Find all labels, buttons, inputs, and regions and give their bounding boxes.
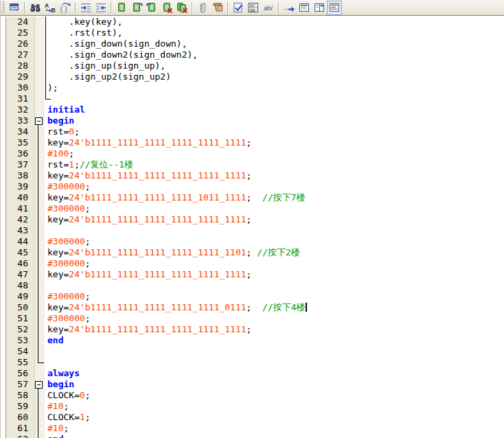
code-segment: #300000 [47, 203, 85, 214]
fold-collapse-box[interactable] [35, 117, 43, 125]
find-button[interactable] [27, 1, 43, 15]
bookmark-prev-button[interactable] [144, 1, 159, 15]
code-text[interactable]: #10; [45, 401, 504, 412]
code-text[interactable]: key=24'b1111_1111_1111_1111_1111_1111; [45, 170, 504, 181]
outdent-button[interactable] [93, 1, 108, 15]
view-split-button[interactable] [312, 1, 327, 15]
code-text[interactable] [45, 93, 504, 104]
code-text[interactable]: key=24'b1111_1111_1111_1111_1011_1111; /… [45, 192, 504, 203]
macro-button[interactable] [210, 1, 225, 15]
bookmark-toggle-button[interactable] [114, 1, 129, 15]
code-segment: #300000 [47, 181, 85, 192]
editor-window-icon: * [8, 1, 21, 14]
code-line: 24 .key(key), [1, 16, 504, 27]
fold-margin [35, 368, 45, 379]
code-segment: .rst(rst), [47, 27, 123, 38]
code-line: 62end [1, 434, 504, 438]
code-segment: rst= [47, 159, 69, 170]
goto-button[interactable] [282, 1, 297, 15]
bookmark-next-button[interactable] [129, 1, 144, 15]
code-text[interactable]: .sign_down2(sign_down2), [45, 49, 504, 60]
bookmark-clear-all-button[interactable] [174, 1, 190, 15]
attach-icon [196, 1, 209, 14]
view-pane-button[interactable] [327, 1, 342, 15]
code-text[interactable]: rst=1;//复位--1楼 [45, 159, 504, 170]
fold-margin [35, 401, 45, 412]
replace-button[interactable]: AB [43, 1, 58, 15]
code-text[interactable]: #300000; [45, 258, 504, 269]
code-text[interactable]: #300000; [45, 203, 504, 214]
code-text[interactable]: initial [45, 104, 504, 115]
code-text[interactable]: rst=0; [45, 126, 504, 137]
fold-line [45, 16, 46, 27]
svg-text:{ }: { } [60, 5, 67, 13]
bookmark-toggle-icon [115, 1, 128, 14]
line-numbers-button[interactable]: 267268 [246, 1, 261, 15]
code-text[interactable]: key=24'b1111_1111_1111_1111_1111_1111; [45, 137, 504, 148]
indent-button[interactable] [78, 1, 93, 15]
code-text[interactable]: always [45, 368, 504, 379]
fold-margin [35, 214, 45, 225]
code-text[interactable]: #10; [45, 423, 504, 434]
fold-margin [35, 38, 45, 49]
word-wrap-button[interactable]: ab/ [261, 1, 276, 15]
fold-margin [35, 313, 45, 324]
code-segment: #300000 [47, 236, 85, 246]
code-text[interactable]: key=24'b1111_1111_1111_1111_1111_1111; [45, 324, 504, 335]
code-text[interactable]: begin [45, 115, 504, 126]
code-segment: 0 [80, 390, 85, 400]
code-editor-pane[interactable]: 24 .key(key),25 .rst(rst),26 .sign_down(… [1, 16, 504, 438]
code-segment: .sign_up(sign_up), [47, 60, 165, 71]
code-segment: rst= [47, 126, 69, 137]
view-outline-button[interactable] [297, 1, 312, 15]
code-segment: ; [63, 401, 69, 411]
code-text[interactable] [45, 280, 504, 291]
syntax-check-button[interactable] [231, 1, 246, 15]
code-line: 44#300000; [1, 236, 504, 247]
code-segment: 1 [80, 412, 85, 422]
indent-icon [80, 1, 93, 14]
code-text[interactable]: #300000; [45, 236, 504, 247]
macro-icon [211, 1, 225, 14]
fold-line [38, 401, 38, 412]
bookmark-clear-button[interactable] [159, 1, 174, 15]
fold-margin [35, 225, 45, 236]
fold-margin [35, 181, 45, 192]
attach-button[interactable] [195, 1, 210, 15]
code-line: 27 .sign_down2(sign_down2), [1, 49, 504, 60]
code-text[interactable]: .key(key), [45, 16, 504, 27]
code-line: 48 [1, 280, 504, 291]
code-segment: ; [85, 390, 91, 400]
fold-collapse-box[interactable] [35, 381, 43, 389]
code-text[interactable]: key=24'b1111_1111_1111_1111_1111_0111; /… [45, 302, 504, 313]
fold-margin [35, 93, 45, 104]
toolbar-grip[interactable] [2, 1, 5, 14]
code-text[interactable]: key=24'b1111_1111_1111_1111_1111_1111; [45, 214, 504, 225]
code-text[interactable]: ); [45, 82, 504, 93]
code-text[interactable]: #300000; [45, 291, 504, 302]
fold-margin [35, 258, 45, 269]
code-text[interactable]: begin [45, 379, 504, 390]
code-text[interactable] [45, 225, 504, 236]
code-text[interactable]: .rst(rst), [45, 27, 504, 38]
code-text[interactable]: #300000; [45, 313, 504, 324]
code-text[interactable]: .sign_up(sign_up), [45, 60, 504, 71]
code-text[interactable]: .sign_down(sign_down), [45, 38, 504, 49]
code-text[interactable] [45, 346, 504, 357]
code-text[interactable]: key=24'b1111_1111_1111_1111_1111_1111; [45, 269, 504, 280]
code-line: 55 [1, 357, 504, 368]
match-brace-button[interactable]: { } [58, 1, 73, 15]
code-text[interactable] [45, 357, 504, 368]
fold-margin [35, 335, 45, 346]
code-text[interactable]: .sign_up2(sign_up2) [45, 71, 504, 82]
code-segment: ; [247, 324, 252, 334]
code-text[interactable]: #300000; [45, 181, 504, 192]
code-text[interactable]: key=24'b1111_1111_1111_1111_1111_1101; /… [45, 247, 504, 258]
code-text[interactable]: CLOCK=1; [45, 412, 504, 423]
code-text[interactable]: end [45, 434, 504, 438]
code-line: 43 [1, 225, 504, 236]
editor-window-button[interactable]: * [7, 1, 22, 15]
code-text[interactable]: #100; [45, 148, 504, 159]
code-text[interactable]: end [45, 335, 504, 346]
code-text[interactable]: CLOCK=0; [45, 390, 504, 401]
